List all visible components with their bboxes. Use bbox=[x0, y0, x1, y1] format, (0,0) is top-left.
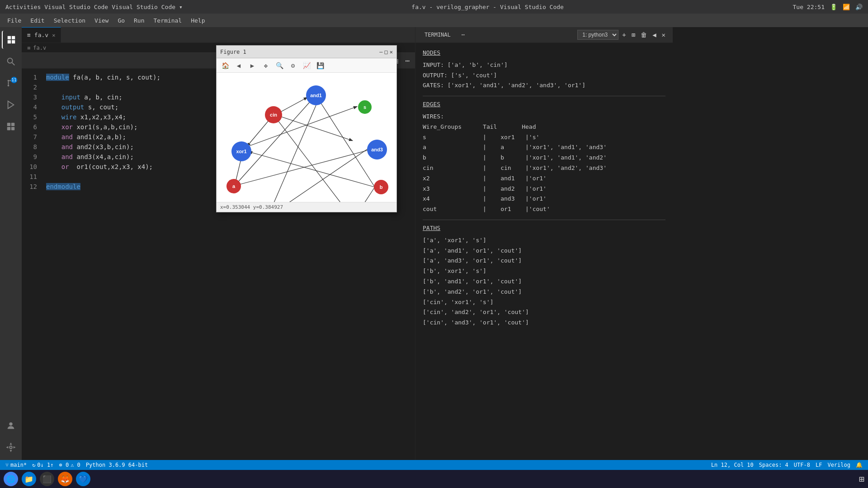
figure-close-icon[interactable]: ✕ bbox=[390, 49, 393, 55]
taskbar-firefox[interactable]: 🦊 bbox=[58, 472, 72, 486]
svg-rect-2 bbox=[8, 40, 11, 43]
terminal-trash-icon[interactable]: 🗑 bbox=[639, 30, 649, 39]
terminal-close-icon[interactable]: ✕ bbox=[660, 30, 667, 39]
topbar: Activities Visual Studio Code Visual Stu… bbox=[0, 0, 868, 14]
status-branch[interactable]: ⑂ main* bbox=[5, 462, 27, 468]
path-8: ['cin', 'and2', 'or1', 'cout'] bbox=[423, 308, 665, 317]
overflow-icon[interactable]: ⋯ bbox=[403, 55, 411, 67]
encoding[interactable]: UTF-8 bbox=[794, 462, 810, 468]
config-tool-icon[interactable]: ⚙ bbox=[287, 60, 299, 71]
sound-icon: 🔊 bbox=[855, 4, 863, 10]
divider-paths bbox=[423, 220, 665, 220]
menu-file[interactable]: File bbox=[4, 16, 25, 25]
terminal-dots[interactable]: ⋯ bbox=[458, 30, 468, 40]
activities-label[interactable]: Activities bbox=[5, 4, 41, 10]
tab-fa-v[interactable]: ≡ fa.v ✕ bbox=[22, 27, 61, 42]
figure-title: Figure 1 bbox=[220, 49, 246, 55]
home-tool-icon[interactable]: 🏠 bbox=[219, 60, 231, 71]
svg-point-15 bbox=[9, 446, 12, 449]
status-errors[interactable]: ⊗ 0 ⚠ 0 bbox=[59, 462, 80, 468]
tab-bar: ≡ fa.v ✕ bbox=[22, 27, 415, 43]
back-tool-icon[interactable]: ◀ bbox=[233, 60, 245, 71]
svg-line-30 bbox=[269, 149, 368, 202]
warnings-count: ⚠ 0 bbox=[71, 462, 80, 468]
notification-icon[interactable]: 🔔 bbox=[856, 462, 863, 468]
activity-git[interactable]: 11 bbox=[2, 74, 20, 92]
taskbar-chrome[interactable]: 🌐 bbox=[4, 472, 18, 486]
terminal-content: NODES INPUT: ['a', 'b', 'cin'] OUTPUT: [… bbox=[415, 43, 673, 460]
tab-label: fa.v bbox=[34, 32, 48, 38]
activity-search[interactable] bbox=[2, 52, 20, 70]
spaces[interactable]: Spaces: 4 bbox=[759, 462, 788, 468]
taskbar-terminal[interactable]: ⬛ bbox=[40, 472, 54, 486]
sync-count: 0↓ 1↑ bbox=[37, 462, 53, 468]
forward-tool-icon[interactable]: ▶ bbox=[246, 60, 258, 71]
pan-tool-icon[interactable]: ✥ bbox=[260, 60, 272, 71]
menu-go[interactable]: Go bbox=[114, 16, 128, 25]
wire-row-s: s | xor1 |'s' bbox=[423, 133, 665, 142]
wires-label: WIRES: bbox=[423, 112, 665, 122]
activity-account[interactable] bbox=[2, 417, 20, 435]
vscode-label[interactable]: Visual Studio Code bbox=[44, 4, 108, 10]
tab-close-icon[interactable]: ✕ bbox=[52, 32, 55, 38]
menu-selection[interactable]: Selection bbox=[50, 16, 89, 25]
node-xor1: xor1 bbox=[231, 141, 251, 161]
wire-row-cout: cout | or1 |'cout' bbox=[423, 205, 665, 214]
window-title: fa.v - verilog_grapher - Visual Studio C… bbox=[411, 4, 564, 10]
path-7: ['cin', 'xor1', 's'] bbox=[423, 298, 665, 307]
plot-tool-icon[interactable]: 📈 bbox=[301, 60, 312, 71]
activity-settings[interactable] bbox=[2, 438, 20, 456]
nodes-header: NODES bbox=[423, 48, 665, 58]
wire-row-x4: x4 | and3 |'or1' bbox=[423, 194, 665, 204]
svg-rect-13 bbox=[11, 127, 14, 130]
terminal-header: TERMINAL ⋯ 1: python3 + ⊞ 🗑 ◀ ✕ bbox=[415, 27, 673, 43]
errors-count: ⊗ 0 bbox=[59, 462, 69, 468]
activity-debug[interactable] bbox=[2, 96, 20, 114]
wire-header: Wire_Groups Tail Head bbox=[423, 122, 665, 132]
svg-rect-11 bbox=[11, 123, 14, 126]
wire-row-x2: x2 | and1 |'or1' bbox=[423, 174, 665, 183]
figure-minimize-icon[interactable]: — bbox=[379, 49, 382, 55]
wifi-icon: 📶 bbox=[843, 4, 850, 10]
taskbar-files[interactable]: 📁 bbox=[22, 472, 36, 486]
line-ending[interactable]: LF bbox=[816, 462, 822, 468]
ln-col[interactable]: Ln 12, Col 10 bbox=[711, 462, 754, 468]
figure-maximize-icon[interactable]: □ bbox=[385, 49, 388, 55]
terminal-instance-select[interactable]: 1: python3 bbox=[577, 30, 618, 40]
node-and1: and1 bbox=[306, 85, 326, 105]
figure-popup: Figure 1 — □ ✕ 🏠 ◀ ▶ ✥ 🔍 ⚙ 📈 💾 bbox=[216, 45, 397, 212]
tab-icon: ≡ bbox=[27, 32, 31, 38]
menu-edit[interactable]: Edit bbox=[27, 16, 48, 25]
terminal-split-icon[interactable]: ⊞ bbox=[630, 30, 637, 39]
wire-row-cin: cin | cin |'xor1', 'and2', 'and3' bbox=[423, 164, 665, 173]
zoom-tool-icon[interactable]: 🔍 bbox=[274, 60, 285, 71]
menu-view[interactable]: View bbox=[91, 16, 112, 25]
save-tool-icon[interactable]: 💾 bbox=[314, 60, 326, 71]
taskbar-grid-icon[interactable]: ⊞ bbox=[859, 474, 864, 484]
figure-canvas: and1 cin s xor1 and3 a b or1 cout and2 bbox=[217, 73, 396, 202]
svg-point-6 bbox=[8, 80, 9, 82]
menu-help[interactable]: Help bbox=[187, 16, 208, 25]
edges-header: EDGES bbox=[423, 100, 665, 109]
statusbar: ⑂ main* ↻ 0↓ 1↑ ⊗ 0 ⚠ 0 Python 3.6.9 64-… bbox=[0, 460, 868, 470]
activity-extensions[interactable] bbox=[2, 117, 20, 136]
menu-terminal[interactable]: Terminal bbox=[150, 16, 186, 25]
menu-run[interactable]: Run bbox=[130, 16, 148, 25]
terminal-tab-label[interactable]: TERMINAL bbox=[421, 30, 454, 40]
terminal-chevron-left-icon[interactable]: ◀ bbox=[651, 30, 658, 39]
status-sync[interactable]: ↻ 0↓ 1↑ bbox=[32, 462, 53, 468]
path-4: ['b', 'xor1', 's'] bbox=[423, 267, 665, 276]
language[interactable]: Verilog bbox=[827, 462, 850, 468]
figure-toolbar: 🏠 ◀ ▶ ✥ 🔍 ⚙ 📈 💾 bbox=[217, 58, 396, 73]
git-branch-icon: ⑂ bbox=[5, 462, 9, 468]
wire-row-b: b | b |'xor1', 'and1', 'and2' bbox=[423, 153, 665, 163]
taskbar-vscode[interactable]: 💙 bbox=[76, 472, 90, 486]
activity-explorer[interactable] bbox=[2, 31, 20, 49]
svg-rect-10 bbox=[7, 123, 10, 126]
svg-rect-12 bbox=[7, 127, 10, 130]
main-content: 11 ≡ fa.v ✕ ≡ fa.v bbox=[0, 27, 868, 460]
terminal-controls: 1: python3 + ⊞ 🗑 ◀ ✕ bbox=[577, 30, 667, 40]
svg-point-14 bbox=[9, 422, 12, 426]
terminal-add-icon[interactable]: + bbox=[620, 30, 627, 39]
status-python[interactable]: Python 3.6.9 64-bit bbox=[86, 462, 148, 468]
